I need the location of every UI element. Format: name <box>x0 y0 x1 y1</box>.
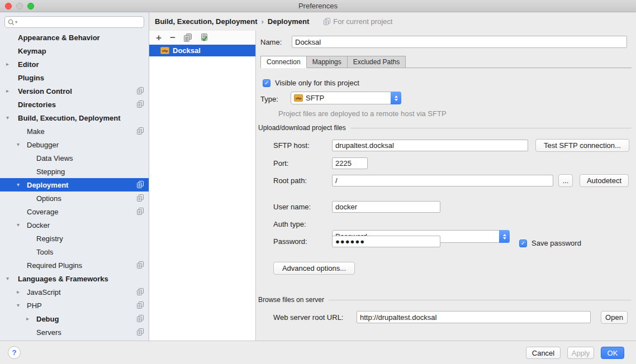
root-path-label: Root path: <box>273 175 307 186</box>
chevron-right-icon[interactable]: ▸ <box>6 88 9 94</box>
chevron-down-icon[interactable]: ▾ <box>17 182 20 188</box>
save-password-row: ✓ Save password <box>519 237 581 249</box>
per-project-icon <box>324 18 330 25</box>
server-list-toolbar: + − <box>149 31 255 45</box>
dropdown-stepper-icon <box>499 230 510 243</box>
sidebar-item-tools[interactable]: Tools <box>0 245 149 258</box>
ok-button[interactable]: OK <box>601 347 624 359</box>
per-project-icon <box>137 261 144 269</box>
type-dropdown[interactable]: sftp SFTP <box>291 92 401 104</box>
deployment-settings-panel: Name: Connection Mappings Excluded Paths… <box>256 31 636 341</box>
autodetect-button[interactable]: Autodetect <box>580 174 629 187</box>
cancel-button[interactable]: Cancel <box>526 347 561 359</box>
sidebar-item-label: Version Control <box>0 87 72 95</box>
sidebar-item-docker[interactable]: ▾Docker <box>0 218 149 232</box>
sidebar-item-coverage[interactable]: Coverage <box>0 205 149 218</box>
sidebar-item-label: Debug <box>0 315 59 323</box>
advanced-options-button[interactable]: Advanced options... <box>273 262 355 275</box>
sidebar-item-javascript[interactable]: ▸JavaScript <box>0 285 149 299</box>
visible-only-row: ✓ Visible only for this project <box>263 77 359 89</box>
sidebar-item-servers[interactable]: Servers <box>0 325 149 339</box>
visible-only-label: Visible only for this project <box>275 77 359 89</box>
save-password-checkbox[interactable]: ✓ <box>519 240 527 247</box>
sidebar-item-debug[interactable]: ▸Debug <box>0 312 149 325</box>
web-root-input[interactable] <box>357 311 591 323</box>
root-path-input[interactable] <box>332 175 553 186</box>
sidebar-item-label: Required Plugins <box>0 261 82 270</box>
save-password-label: Save password <box>531 237 581 249</box>
sftp-host-label: SFTP host: <box>273 140 310 151</box>
copy-server-button[interactable] <box>184 33 192 42</box>
sidebar-item-stepping[interactable]: Stepping <box>0 165 149 178</box>
password-input[interactable] <box>332 236 440 247</box>
chevron-down-icon[interactable]: ▾ <box>17 142 20 147</box>
per-project-icon <box>137 315 144 322</box>
remove-server-button[interactable]: − <box>170 33 175 42</box>
type-label: Type: <box>260 93 278 105</box>
open-url-button[interactable]: Open <box>601 311 628 324</box>
sidebar-item-version-control[interactable]: ▸Version Control <box>0 84 149 98</box>
chevron-right-icon[interactable]: ▸ <box>26 316 29 322</box>
sidebar-item-appearance-behavior[interactable]: Appearance & Behavior <box>0 31 149 44</box>
breadcrumb-part-parent[interactable]: Build, Execution, Deployment <box>155 17 257 26</box>
sidebar-item-php[interactable]: ▾PHP <box>0 299 149 312</box>
chevron-down-icon[interactable]: ▾ <box>6 276 9 281</box>
sftp-host-input[interactable] <box>332 140 528 151</box>
sidebar-item-deployment[interactable]: ▾Deployment <box>0 178 149 191</box>
sidebar-item-debugger[interactable]: ▾Debugger <box>0 138 149 151</box>
sidebar-item-options[interactable]: Options <box>0 191 149 205</box>
test-sftp-connection-button[interactable]: Test SFTP connection... <box>535 139 629 152</box>
per-project-icon <box>137 100 144 108</box>
sidebar-item-label: Make <box>0 127 45 136</box>
search-scope-caret-icon[interactable]: ▾ <box>15 20 17 25</box>
sidebar-item-make[interactable]: Make <box>0 124 149 138</box>
scope-note-label: For current project <box>333 17 392 26</box>
sidebar-item-label: JavaScript <box>0 288 61 296</box>
chevron-right-icon[interactable]: ▸ <box>17 289 20 295</box>
sidebar-item-directories[interactable]: Directories <box>0 98 149 111</box>
apply-button[interactable]: Apply <box>567 347 594 359</box>
browse-section-header: Browse files on server <box>258 296 632 304</box>
sidebar-item-data-views[interactable]: Data Views <box>0 151 149 165</box>
help-button[interactable]: ? <box>8 346 21 359</box>
per-project-icon <box>137 208 144 215</box>
breadcrumb: Build, Execution, Deployment›Deployment <box>155 17 309 26</box>
sidebar-item-languages-frameworks[interactable]: ▾Languages & Frameworks <box>0 272 149 285</box>
port-input[interactable] <box>332 157 368 169</box>
breadcrumb-separator: › <box>261 17 263 26</box>
server-list-item-docksal[interactable]: sftp Docksal <box>149 45 255 56</box>
sftp-type-icon: sftp <box>294 94 303 102</box>
sidebar-item-label: Languages & Frameworks <box>0 275 108 283</box>
per-project-icon <box>137 87 144 94</box>
chevron-down-icon[interactable]: ▾ <box>6 115 9 121</box>
per-project-icon <box>137 127 144 135</box>
name-input[interactable] <box>292 36 627 48</box>
tab-excluded-paths[interactable]: Excluded Paths <box>348 56 406 68</box>
sidebar-item-keymap[interactable]: Keymap <box>0 44 149 58</box>
tab-connection[interactable]: Connection <box>260 56 307 68</box>
upload-section-header: Upload/download project files <box>258 124 632 132</box>
chevron-down-icon[interactable]: ▾ <box>17 222 20 228</box>
chevron-right-icon[interactable]: ▸ <box>6 61 9 67</box>
sidebar-item-editor[interactable]: ▸Editor <box>0 58 149 71</box>
visible-only-checkbox[interactable]: ✓ <box>263 79 270 87</box>
tab-mappings[interactable]: Mappings <box>307 56 348 68</box>
type-value: SFTP <box>306 94 401 102</box>
search-field[interactable]: ▾ <box>4 16 144 28</box>
browse-root-path-button[interactable]: ... <box>558 174 573 187</box>
sidebar-item-registry[interactable]: Registry <box>0 232 149 245</box>
server-item-label: Docksal <box>173 46 201 55</box>
sidebar-item-label: Docker <box>0 221 50 229</box>
scope-note: For current project <box>324 17 392 26</box>
password-label: Password: <box>273 236 307 247</box>
sidebar-item-label: Keymap <box>0 47 46 55</box>
sidebar-item-required-plugins[interactable]: Required Plugins <box>0 258 149 272</box>
sidebar-item-build-execution-deployment[interactable]: ▾Build, Execution, Deployment <box>0 111 149 124</box>
user-name-input[interactable] <box>332 201 440 213</box>
search-input[interactable] <box>19 18 141 26</box>
chevron-down-icon[interactable]: ▾ <box>17 303 20 308</box>
use-as-default-button[interactable] <box>200 33 208 42</box>
sidebar-item-plugins[interactable]: Plugins <box>0 71 149 84</box>
sidebar-item-label: PHP <box>0 301 42 310</box>
add-server-button[interactable]: + <box>156 33 162 42</box>
